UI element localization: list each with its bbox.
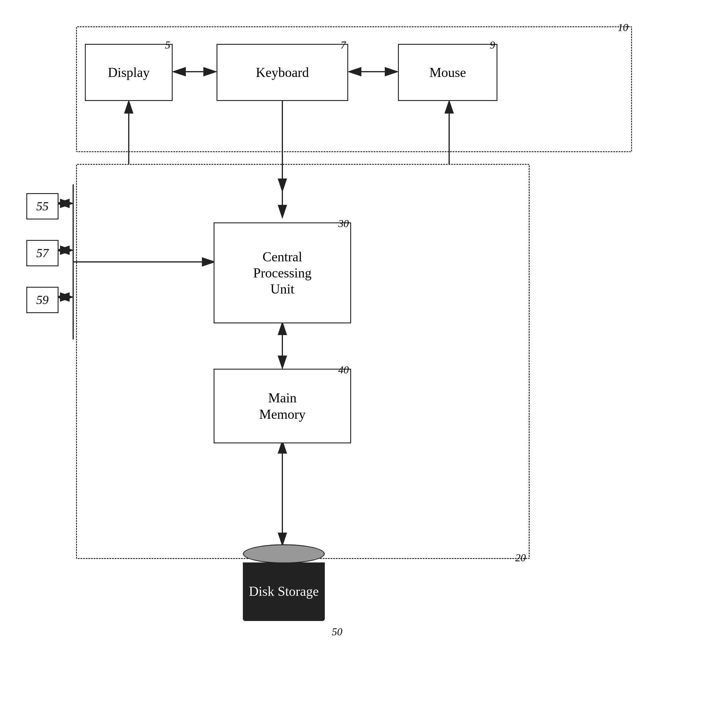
- computer-ref-label: 20: [515, 552, 526, 564]
- display-ref: 5: [165, 39, 170, 51]
- main-memory-box: Main Memory 40: [214, 369, 351, 444]
- disk-label: Disk Storage: [249, 583, 319, 600]
- mouse-label: Mouse: [429, 64, 466, 80]
- display-label: Display: [108, 64, 150, 80]
- small-box-59-label: 59: [36, 293, 49, 307]
- small-box-59: 59: [26, 287, 59, 313]
- keyboard-ref: 7: [341, 39, 346, 51]
- display-box: Display 5: [85, 44, 173, 101]
- cpu-ref: 30: [338, 217, 349, 230]
- small-box-55-label: 55: [36, 199, 49, 213]
- small-box-55: 55: [26, 193, 59, 220]
- peripheral-ref-label: 10: [618, 21, 628, 34]
- diagram-container: 10 Display 5 Keyboard 7 Mouse 9 20 Centr…: [18, 18, 705, 699]
- small-box-57-label: 57: [36, 246, 49, 260]
- disk-storage: Disk Storage 50: [243, 544, 325, 635]
- small-box-57: 57: [26, 240, 59, 266]
- disk-ref: 50: [332, 626, 343, 638]
- cpu-box: Central Processing Unit 30: [214, 222, 351, 323]
- main-memory-label: Main Memory: [259, 390, 305, 422]
- mouse-box: Mouse 9: [398, 44, 497, 101]
- main-memory-ref: 40: [338, 364, 349, 376]
- keyboard-label: Keyboard: [256, 64, 309, 80]
- mouse-ref: 9: [490, 39, 495, 51]
- cpu-label: Central Processing Unit: [253, 249, 311, 297]
- keyboard-box: Keyboard 7: [216, 44, 348, 101]
